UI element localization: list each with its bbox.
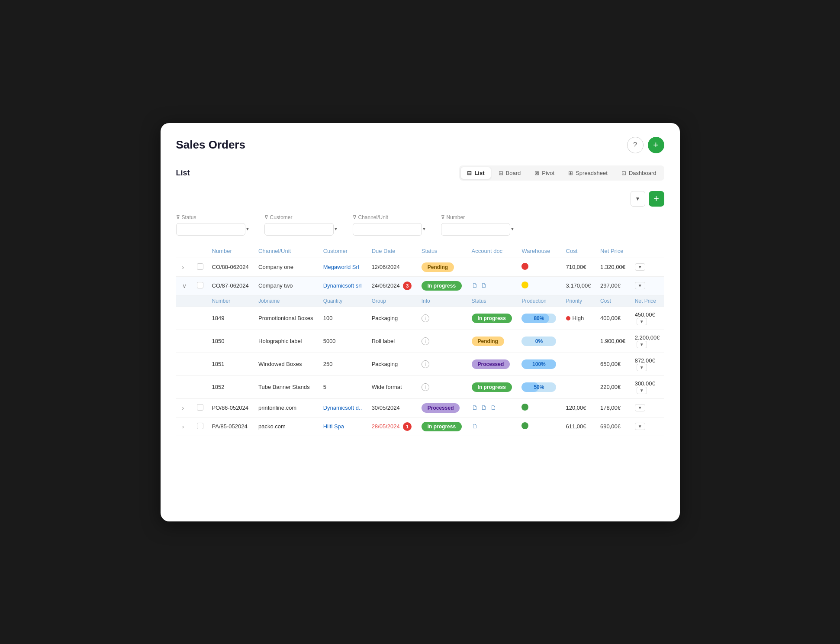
table-row: › PO/86-052024 printonline.com Dynamicso… xyxy=(176,398,664,417)
cell-channel-co87: Company two xyxy=(254,276,319,295)
checkbox-cell-pa85[interactable] xyxy=(193,417,208,436)
cell-number-co87: CO/87-062024 xyxy=(208,276,254,295)
cell-status-pa85: In progress xyxy=(417,417,467,436)
main-table-header: Number Channel/Unit Customer Due Date St… xyxy=(176,244,664,258)
main-table-body: › CO/88-062024 Company one Megaworld Srl… xyxy=(176,258,664,436)
pivot-tab-icon: ⊠ xyxy=(534,170,539,176)
customer-link-po86[interactable]: Dynamicsoft d.. xyxy=(323,405,362,411)
info-icon[interactable]: i xyxy=(422,360,429,368)
row-action-button-co87[interactable]: ▼ xyxy=(635,282,645,289)
cell-channel-po86: printonline.com xyxy=(254,398,319,417)
th-account-doc: Account doc xyxy=(467,244,518,258)
sub-cell-number: 1850 xyxy=(208,330,254,353)
checkbox-cell[interactable] xyxy=(193,258,208,276)
add-record-button[interactable]: + xyxy=(649,191,664,207)
cell-warehouse xyxy=(517,258,561,276)
tab-board[interactable]: ⊞ Board xyxy=(492,167,527,179)
expand-cell-co87[interactable]: ∨ xyxy=(176,276,193,295)
tab-pivot[interactable]: ⊠ Pivot xyxy=(528,167,560,179)
th-checkbox xyxy=(193,244,208,258)
cell-channel-pa85: packo.com xyxy=(254,417,319,436)
number-filter-select[interactable] xyxy=(441,223,510,236)
sub-cell-jobname: Tube Banner Stands xyxy=(254,375,319,398)
cell-customer-pa85: Hilti Spa xyxy=(319,417,367,436)
filter-funnel-icon-channel: ⊽ xyxy=(353,214,357,220)
th-channel: Channel/Unit xyxy=(254,244,319,258)
customer-link-co87[interactable]: Dynamicsoft srl xyxy=(323,282,362,289)
sub-cell-quantity: 5000 xyxy=(319,330,367,353)
row-checkbox-co87[interactable] xyxy=(197,282,203,288)
row-action-button-pa85[interactable]: ▼ xyxy=(635,423,645,430)
status-filter-select[interactable] xyxy=(176,223,245,236)
add-button[interactable]: + xyxy=(648,137,664,153)
sub-th-info: Info xyxy=(417,295,467,307)
tab-spreadsheet[interactable]: ⊞ Spreadsheet xyxy=(562,167,614,179)
row-checkbox-pa85[interactable] xyxy=(197,423,203,429)
cell-customer: Megaworld Srl xyxy=(319,258,367,276)
tab-list[interactable]: ⊟ List xyxy=(461,167,490,179)
main-window: Sales Orders ? + List ⊟ List ⊞ Board xyxy=(161,123,680,521)
sub-cell-production: 0% xyxy=(517,330,561,353)
filter-group-status: ⊽ Status xyxy=(176,214,254,236)
header-actions: ? + xyxy=(627,137,664,153)
info-icon[interactable]: i xyxy=(422,314,429,322)
progress-bar: 100% xyxy=(521,359,556,369)
sub-cell-info[interactable]: i xyxy=(417,375,467,398)
sub-cell-cost: 220,00€ xyxy=(596,375,631,398)
row-checkbox-po86[interactable] xyxy=(197,404,203,411)
sub-th-group: Group xyxy=(367,295,417,307)
info-icon[interactable]: i xyxy=(422,337,429,345)
expand-button-pa85[interactable]: › xyxy=(180,423,186,430)
expand-cell[interactable]: › xyxy=(176,258,193,276)
cell-channel: Company one xyxy=(254,258,319,276)
cell-net-price-pa85: 690,00€ xyxy=(596,417,631,436)
sub-cell-priority xyxy=(562,353,596,375)
row-action-button-po86[interactable]: ▼ xyxy=(635,404,645,411)
sub-row-action-button[interactable]: ▼ xyxy=(637,341,647,348)
collapse-button-co87[interactable]: ∨ xyxy=(180,282,188,289)
cell-due-date-pa85: 28/05/2024 1 xyxy=(367,417,417,436)
sub-status-badge: Processed xyxy=(472,359,510,369)
cell-customer-po86: Dynamicsoft d.. xyxy=(319,398,367,417)
table-row: › PA/85-052024 packo.com Hilti Spa 28/05… xyxy=(176,417,664,436)
customer-filter-select[interactable] xyxy=(264,223,334,236)
channel-filter-select[interactable] xyxy=(353,223,422,236)
cell-status-po86: Processed xyxy=(417,398,467,417)
sub-th-empty xyxy=(176,295,208,307)
expand-button[interactable]: › xyxy=(180,264,186,271)
checkbox-cell-po86[interactable] xyxy=(193,398,208,417)
sub-cell-info[interactable]: i xyxy=(417,353,467,375)
number-filter-wrapper xyxy=(441,223,519,236)
row-checkbox[interactable] xyxy=(197,263,203,270)
tab-dashboard[interactable]: ⊡ Dashboard xyxy=(615,167,663,179)
cell-row-action-co87: ▼ xyxy=(631,276,664,295)
filter-label-status: ⊽ Status xyxy=(176,214,254,220)
expand-cell-pa85[interactable]: › xyxy=(176,417,193,436)
filter-dropdown-button[interactable]: ▼ xyxy=(631,191,645,207)
expand-cell-po86[interactable]: › xyxy=(176,398,193,417)
sub-cell-net-price: 2.200,00€ ▼ xyxy=(631,330,664,353)
sub-cell-status: Processed xyxy=(467,353,518,375)
sub-row-action-button[interactable]: ▼ xyxy=(637,387,647,394)
sub-cell-net-price: 450,00€ ▼ xyxy=(631,307,664,330)
sub-th-status: Status xyxy=(467,295,518,307)
page-header: Sales Orders ? + xyxy=(176,137,664,153)
cell-due-date-co87: 24/06/2024 3 xyxy=(367,276,417,295)
cell-cost-pa85: 611,00€ xyxy=(562,417,596,436)
expand-button-po86[interactable]: › xyxy=(180,405,186,411)
help-button[interactable]: ? xyxy=(627,137,644,153)
customer-link[interactable]: Megaworld Srl xyxy=(323,264,359,270)
sub-row-action-button[interactable]: ▼ xyxy=(637,364,647,371)
checkbox-cell-co87[interactable] xyxy=(193,276,208,295)
sub-cell-group: Packaging xyxy=(367,353,417,375)
row-action-button[interactable]: ▼ xyxy=(635,263,645,271)
customer-link-pa85[interactable]: Hilti Spa xyxy=(323,423,344,430)
table-row: ∨ CO/87-062024 Company two Dynamicsoft s… xyxy=(176,276,664,295)
info-icon[interactable]: i xyxy=(422,383,429,391)
current-view-label: List xyxy=(176,168,190,178)
due-date-value-pa85: 28/05/2024 xyxy=(372,423,400,430)
sub-cell-production: 80% xyxy=(517,307,561,330)
sub-row-action-button[interactable]: ▼ xyxy=(637,318,647,325)
sub-cell-info[interactable]: i xyxy=(417,330,467,353)
sub-cell-info[interactable]: i xyxy=(417,307,467,330)
